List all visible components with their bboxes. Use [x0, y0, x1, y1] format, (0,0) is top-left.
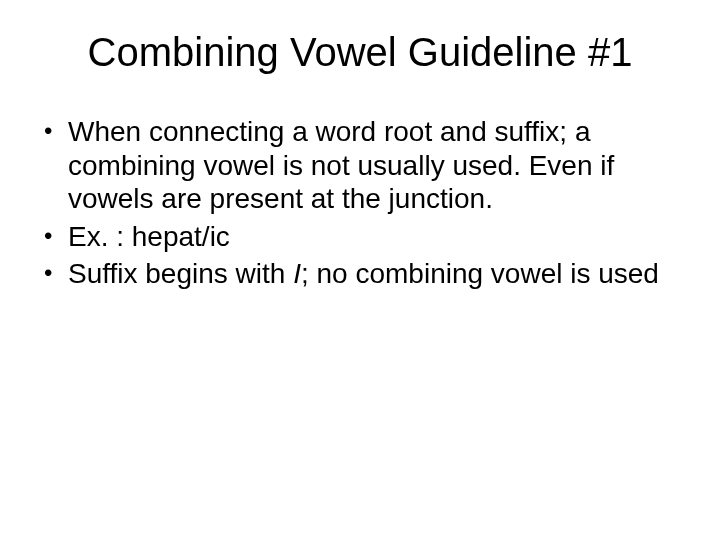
list-item: When connecting a word root and suffix; …	[40, 115, 680, 216]
bullet-text-italic: I	[293, 258, 301, 289]
bullet-text-prefix: Suffix begins with	[68, 258, 293, 289]
list-item: Suffix begins with I; no combining vowel…	[40, 257, 680, 291]
list-item: Ex. : hepat/ic	[40, 220, 680, 254]
bullet-list: When connecting a word root and suffix; …	[40, 115, 680, 291]
bullet-text: When connecting a word root and suffix; …	[68, 116, 614, 214]
slide: Combining Vowel Guideline #1 When connec…	[0, 0, 720, 540]
bullet-text-suffix: ; no combining vowel is used	[301, 258, 659, 289]
slide-body: When connecting a word root and suffix; …	[40, 115, 680, 291]
bullet-text: Ex. : hepat/ic	[68, 221, 230, 252]
slide-title: Combining Vowel Guideline #1	[40, 30, 680, 75]
